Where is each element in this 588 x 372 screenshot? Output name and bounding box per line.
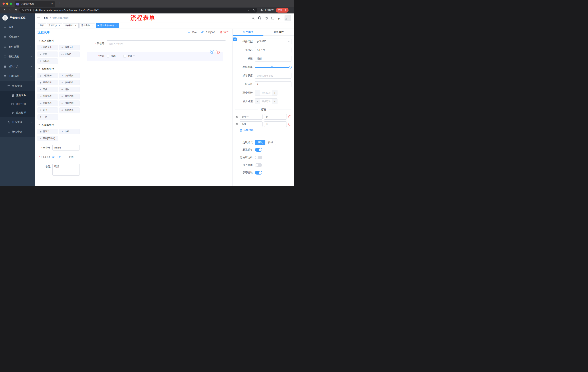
fullscreen-icon[interactable] — [270, 15, 275, 21]
gender-option-2-checkbox[interactable]: 选项二 — [123, 55, 135, 58]
option-1-value-input[interactable] — [264, 114, 287, 120]
sidebar-item-process-form[interactable]: 流程表单 — [0, 91, 35, 100]
disabled-toggle[interactable] — [255, 163, 262, 167]
palette-item-single-line-text[interactable]: ▭单行文本 — [37, 45, 58, 50]
forward-button[interactable] — [8, 8, 12, 12]
form-name-input[interactable] — [52, 145, 80, 150]
title-input[interactable] — [255, 56, 292, 62]
profile-chevron-icon[interactable] — [290, 9, 292, 11]
tag-process-form-edit[interactable]: 流程表单-编辑× — [96, 23, 119, 28]
palette-item-editor[interactable]: ✎编辑器 — [37, 58, 58, 64]
tag-process-form[interactable]: 流程表单× — [80, 23, 95, 28]
browser-tab[interactable]: 芋道管理系统 × — [15, 1, 55, 7]
required-toggle[interactable] — [255, 171, 262, 175]
palette-item-switch[interactable]: ◐开关 — [37, 87, 58, 92]
option-1-label-input[interactable] — [240, 114, 262, 120]
palette-item-select[interactable]: ◎下拉选择 — [37, 73, 58, 78]
breadcrumb-home[interactable]: 首页 — [43, 16, 48, 20]
github-icon[interactable] — [257, 15, 262, 21]
bookmark-star-icon[interactable] — [252, 9, 255, 12]
sidebar-item-task-mgmt[interactable]: 任务管理 — [0, 117, 35, 127]
sidebar-item-devtools[interactable]: 研发工具 — [0, 62, 35, 71]
help-icon[interactable] — [263, 15, 269, 21]
slider-handle[interactable] — [289, 66, 292, 69]
tag-home[interactable]: 首页 — [38, 23, 46, 28]
palette-item-time-range[interactable]: ◶时间范围 — [59, 94, 80, 99]
data-binding-link-button[interactable] — [233, 37, 237, 41]
remove-option-button[interactable] — [288, 115, 292, 118]
url-bar[interactable]: 不安全 dashboard.yudao.iocoder.cn/bpm/manag… — [19, 8, 257, 13]
min-select-input[interactable] — [260, 90, 272, 96]
border-toggle[interactable] — [255, 156, 262, 159]
plus-button[interactable]: + — [272, 99, 277, 104]
close-icon[interactable]: × — [58, 24, 61, 27]
palette-item-counter[interactable]: 123计数器 — [59, 52, 80, 57]
minus-button[interactable]: − — [255, 90, 260, 96]
palette-item-slider[interactable]: ⊷滑块 — [59, 87, 80, 92]
sidebar-item-workflow[interactable]: 工作流程 — [0, 71, 35, 81]
palette-item-radio-group[interactable]: ◉单选框组 — [37, 80, 58, 85]
view-json-button[interactable]: 查看json — [201, 31, 215, 34]
copy-field-button[interactable] — [210, 50, 214, 54]
search-icon[interactable] — [250, 15, 256, 21]
sidebar-item-leave-query[interactable]: 请假查询 — [0, 127, 35, 137]
drag-handle-icon[interactable] — [235, 115, 238, 118]
palette-item-password[interactable]: ∗密码 — [37, 52, 58, 57]
form-grid-slider[interactable] — [255, 64, 292, 70]
palette-item-rate[interactable]: ☆评分 — [37, 107, 58, 113]
max-select-input[interactable] — [260, 99, 272, 104]
app-logo[interactable]: 芋道管理系统 — [0, 13, 35, 22]
sidebar-item-system[interactable]: 系统管理 — [0, 32, 35, 42]
status-open-radio[interactable]: 开启 — [52, 154, 61, 160]
palette-item-date-range[interactable]: ▧日期范围 — [59, 100, 80, 106]
style-default-button[interactable]: 默认 — [255, 140, 265, 145]
font-size-icon[interactable]: TT — [276, 15, 282, 21]
palette-item-color-picker[interactable]: ◍颜色选择 — [59, 107, 80, 113]
sidebar-item-home[interactable]: 首页 — [0, 22, 35, 32]
label-width-input[interactable] — [255, 73, 292, 79]
delete-field-button[interactable] — [216, 50, 220, 54]
avatar[interactable] — [284, 15, 291, 21]
tag-process-definition[interactable]: 流程定义× — [47, 23, 62, 28]
tag-process-model[interactable]: 流程模型× — [63, 23, 79, 28]
palette-item-cascader[interactable]: ⋔级联选择 — [59, 73, 80, 78]
remove-option-button[interactable] — [288, 122, 292, 126]
reload-button[interactable] — [13, 8, 18, 12]
tab-component-props[interactable]: 组件属性 — [233, 29, 263, 35]
sidebar-item-process-mgmt[interactable]: 流程管理 — [0, 81, 35, 91]
gender-option-1-checkbox[interactable]: 选项一 — [107, 55, 118, 58]
new-tab-button[interactable]: + — [57, 1, 62, 5]
tab-close-icon[interactable]: × — [51, 2, 53, 5]
sidebar-item-process-model[interactable]: 流程模型 — [0, 108, 35, 117]
palette-item-table[interactable]: ⊞表格[开发中] — [37, 136, 58, 141]
palette-item-row-container[interactable]: ▣行容器 — [37, 129, 58, 134]
key-icon[interactable] — [248, 9, 251, 12]
window-zoom-button[interactable] — [10, 2, 12, 5]
window-close-button[interactable] — [2, 2, 5, 5]
sidebar-item-infra[interactable]: 基础设施 — [0, 52, 35, 62]
option-2-label-input[interactable] — [240, 121, 262, 127]
option-2-value-input[interactable] — [264, 121, 287, 127]
back-button[interactable] — [2, 8, 7, 12]
drag-handle-icon[interactable] — [235, 123, 238, 126]
window-minimize-button[interactable] — [6, 2, 8, 5]
component-type-select[interactable]: 多选框组 — [255, 39, 292, 44]
sidebar-item-payment[interactable]: 支付管理 — [0, 42, 35, 52]
browser-menu-kebab-icon[interactable]: ⋮ — [283, 9, 288, 12]
palette-item-upload[interactable]: ↥上传 — [37, 114, 58, 120]
palette-item-button[interactable]: ⊡按钮 — [59, 129, 80, 134]
clear-button[interactable]: 清空 — [220, 31, 229, 34]
close-icon[interactable]: × — [91, 24, 93, 27]
canvas-field-phone[interactable]: *手机号 — [87, 40, 226, 47]
plus-button[interactable]: + — [272, 90, 277, 96]
phone-input[interactable] — [107, 40, 226, 47]
palette-item-date-picker[interactable]: ▦日期选择 — [37, 100, 58, 106]
field-name-input[interactable] — [255, 47, 292, 53]
default-value-input[interactable] — [255, 81, 292, 87]
palette-item-checkbox-group[interactable]: ☑多选框组 — [59, 80, 80, 85]
close-icon[interactable]: × — [115, 24, 117, 27]
minus-button[interactable]: − — [255, 99, 260, 104]
status-closed-radio[interactable]: 关闭 — [64, 154, 74, 160]
tab-form-props[interactable]: 表单属性 — [263, 29, 294, 35]
show-label-toggle[interactable] — [255, 148, 262, 152]
